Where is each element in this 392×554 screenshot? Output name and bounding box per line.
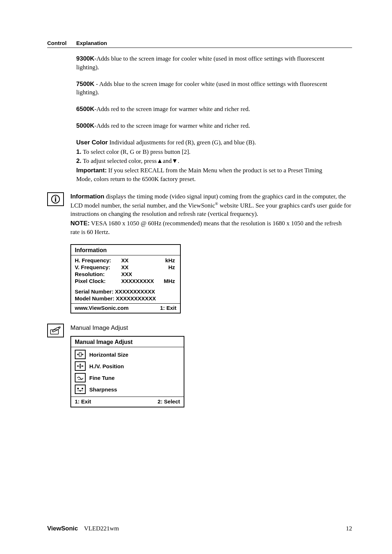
information-section: Information displays the timing mode (vi… (47, 192, 352, 314)
text-usercolor: Individual adjustments for red (R), gree… (108, 139, 256, 146)
osd-info-title: Information (71, 245, 180, 255)
svg-rect-5 (79, 353, 81, 356)
svg-rect-6 (77, 388, 79, 389)
osd-mia-item-hv-position[interactable]: H./V. Position (71, 360, 184, 372)
svg-rect-7 (82, 388, 83, 389)
osd-row-hfreq: H. Frequency: XX kHz (75, 257, 176, 264)
para-note: NOTE: VESA 1680 x 1050 @ 60Hz (recommend… (70, 219, 352, 237)
fine-tune-icon (75, 373, 86, 382)
label-step1: 1. (76, 148, 81, 155)
para-important: Important: If you select RECALL from the… (76, 166, 330, 184)
horizontal-size-icon (75, 350, 86, 359)
label-9300k: 9300K (76, 55, 94, 62)
osd-cell: Pixel Clock: (75, 278, 118, 284)
osd-cell (160, 271, 175, 277)
manual-image-adjust-icon (47, 324, 64, 337)
text-9300k: Adds blue to the screen image for cooler… (76, 55, 324, 71)
osd-cell: Hz (160, 264, 175, 270)
para-5000k: 5000K-Adds red to the screen image for w… (76, 122, 330, 130)
para-usercolor: User Color Individual adjustments for re… (76, 138, 330, 147)
text-step2a: To adjust selected color, press (81, 157, 156, 164)
osd-info-footer: www.ViewSonic.com 1: Exit (71, 303, 180, 313)
text-important: If you select RECALL from the Main Menu … (76, 167, 322, 182)
footer-brand: ViewSonic (47, 525, 78, 532)
header-divider (47, 48, 352, 48)
header-control: Control (47, 40, 76, 46)
label-mia: Manual Image Adjust (70, 324, 128, 331)
svg-rect-3 (50, 330, 58, 334)
para-7500k: 7500K - Adds blue to the screen image fo… (76, 80, 330, 97)
osd-cell: XX (121, 264, 158, 270)
osd-cell: kHz (160, 257, 175, 263)
palette-icon (50, 326, 61, 335)
osd-cell: H. Frequency: (75, 257, 118, 263)
sharpness-icon (75, 385, 86, 394)
osd-mia-title: Manual Image Adjust (71, 337, 184, 347)
reg-mark: ® (215, 201, 218, 206)
footer-model: VLED221wm (84, 525, 119, 532)
osd-mia-panel: Manual Image Adjust Horizontal Size H./V… (70, 336, 184, 407)
mia-heading: Manual Image Adjust (70, 324, 352, 332)
body-column: 9300K-Adds blue to the screen image for … (76, 54, 330, 184)
osd-row-pixelclock: Pixel Clock: XXXXXXXXX MHz (75, 278, 176, 284)
label-important: Important: (76, 167, 107, 174)
svg-rect-2 (55, 198, 56, 202)
manual-image-adjust-section: Manual Image Adjust Manual Image Adjust … (47, 324, 352, 407)
osd-cell: XXX (121, 271, 158, 277)
osd-row-vfreq: V. Frequency: XX Hz (75, 264, 176, 271)
para-information: Information displays the timing mode (vi… (70, 192, 352, 218)
text-step1: To select color (R, G or B) press button… (81, 148, 191, 155)
dash-7500k: - (94, 81, 99, 87)
osd-info-body: H. Frequency: XX kHz V. Frequency: XX Hz… (71, 255, 180, 303)
step-2: 2. To adjust selected color, press▲and▼. (76, 157, 330, 165)
osd-mia-label: Sharpness (89, 386, 117, 393)
osd-mia-item-fine-tune[interactable]: Fine Tune (71, 372, 184, 383)
page-footer: ViewSonic VLED221wm 12 (47, 525, 352, 532)
osd-mia-label: Fine Tune (89, 375, 115, 381)
label-step2: 2. (76, 157, 81, 164)
text-6500k: Adds red to the screen image for warmer … (97, 106, 250, 112)
information-icon (47, 192, 64, 206)
step-1: 1. To select color (R, G or B) press but… (76, 148, 330, 156)
osd-cell: Resolution: (75, 271, 118, 277)
osd-information-panel: Information H. Frequency: XX kHz V. Freq… (70, 244, 181, 313)
osd-serial: Serial Number: XXXXXXXXXXX (75, 288, 176, 295)
osd-mia-select: 2: Select (158, 398, 180, 405)
label-information: Information (70, 193, 105, 200)
osd-exit-label: 1: Exit (160, 305, 176, 311)
up-arrow-icon: ▲ (157, 157, 163, 164)
hv-position-icon (75, 361, 86, 371)
text-5000k: Adds red to the screen image for warmer … (97, 122, 250, 129)
osd-mia-exit: 1: Exit (75, 398, 91, 405)
osd-cell: MHz (160, 278, 175, 284)
label-6500k: 6500K (76, 106, 94, 112)
osd-cell: V. Frequency: (75, 264, 118, 270)
osd-mia-label: Horizontal Size (89, 352, 128, 358)
label-7500k: 7500K (76, 81, 94, 87)
svg-point-1 (55, 196, 56, 198)
para-9300k: 9300K-Adds blue to the screen image for … (76, 54, 330, 72)
text-step2end: . (178, 157, 179, 164)
text-7500k: Adds blue to the screen image for cooler… (76, 81, 327, 96)
osd-row-resolution: Resolution: XXX (75, 271, 176, 278)
osd-mia-item-sharpness[interactable]: Sharpness (71, 383, 184, 395)
down-arrow-icon: ▼ (172, 157, 178, 164)
osd-cell: XXXXXXXXX (121, 278, 158, 284)
osd-mia-footer: 1: Exit 2: Select (71, 397, 184, 407)
table-header: Control Explanation (47, 40, 352, 46)
text-note: VESA 1680 x 1050 @ 60Hz (recommended) me… (70, 220, 342, 235)
footer-page-number: 12 (346, 525, 352, 532)
osd-mia-label: H./V. Position (89, 363, 124, 369)
svg-point-4 (58, 327, 60, 328)
label-note: NOTE: (70, 220, 90, 227)
osd-url: www.ViewSonic.com (75, 305, 128, 311)
text-step2mid: and (163, 157, 172, 164)
header-explanation: Explanation (76, 40, 107, 46)
label-usercolor: User Color (76, 139, 108, 146)
para-6500k: 6500K-Adds red to the screen image for w… (76, 105, 330, 114)
info-glyph-icon (50, 194, 61, 204)
label-5000k: 5000K (76, 122, 94, 129)
osd-mia-item-horizontal-size[interactable]: Horizontal Size (71, 349, 184, 360)
osd-model: Model Number: XXXXXXXXXXX (75, 295, 176, 302)
osd-cell: XX (121, 257, 158, 263)
